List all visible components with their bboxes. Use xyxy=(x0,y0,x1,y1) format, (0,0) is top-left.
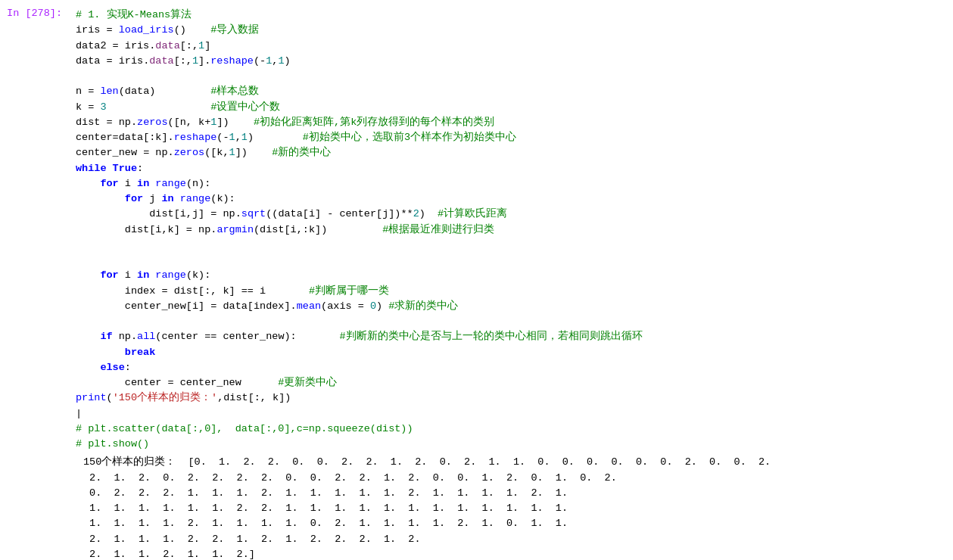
code-line-29: # plt.show() xyxy=(76,437,953,452)
notebook-cell: In [278]: # 1. 实现K-Means算法 iris = load_i… xyxy=(0,0,953,560)
output-line-3: 0. 2. 2. 2. 1. 1. 1. 2. 1. 1. 1. 1. 1. 2… xyxy=(83,486,953,501)
code-line-23: break xyxy=(76,345,953,360)
code-line-4: data = iris.data[:,1].reshape(-1,1) xyxy=(76,54,953,69)
code-line-7: k = 3 #设置中心个数 xyxy=(76,100,953,115)
code-line-9: center=data[:k].reshape(-1,1) #初始类中心，选取前… xyxy=(76,130,953,145)
output-line-2: 2. 1. 2. 0. 2. 2. 2. 2. 0. 0. 2. 2. 1. 2… xyxy=(83,471,953,486)
code-line-1: # 1. 实现K-Means算法 xyxy=(76,8,953,23)
cell-content: # 1. 实现K-Means算法 iris = load_iris() #导入数… xyxy=(68,0,953,560)
code-line-16 xyxy=(76,238,953,253)
code-line-19: index = dist[:, k] == i #判断属于哪一类 xyxy=(76,284,953,299)
code-line-5 xyxy=(76,69,953,84)
output-line-1: 150个样本的归类： [0. 1. 2. 2. 0. 0. 2. 2. 1. 2… xyxy=(83,455,953,470)
code-line-12: for i in range(n): xyxy=(76,176,953,191)
comment-1: # 1. 实现K-Means算法 xyxy=(76,9,192,20)
code-line-6: n = len(data) #样本总数 xyxy=(76,84,953,99)
cell-label: In [278]: xyxy=(0,0,68,560)
code-line-20: center_new[i] = data[index].mean(axis = … xyxy=(76,299,953,314)
code-line-26: print('150个样本的归类：',dist[:, k]) xyxy=(76,390,953,406)
code-line-21 xyxy=(76,314,953,329)
output-line-5: 1. 1. 1. 1. 2. 1. 1. 1. 1. 0. 2. 1. 1. 1… xyxy=(83,516,953,531)
code-line-24: else: xyxy=(76,360,953,375)
code-line-18: for i in range(k): xyxy=(76,268,953,283)
code-line-10: center_new = np.zeros([k,1]) #新的类中心 xyxy=(76,145,953,160)
code-line-15: dist[i,k] = np.argmin(dist[i,:k]) #根据最近准… xyxy=(76,222,953,238)
code-line-14: dist[i,j] = np.sqrt((data[i] - center[j]… xyxy=(76,207,953,222)
code-line-13: for j in range(k): xyxy=(76,191,953,207)
output-content: 150个样本的归类： [0. 1. 2. 2. 0. 0. 2. 2. 1. 2… xyxy=(76,455,953,560)
code-line-17 xyxy=(76,253,953,268)
code-line-28: # plt.scatter(data[:,0], data[:,0],c=np.… xyxy=(76,422,953,437)
output-line-7: 2. 1. 1. 2. 1. 1. 2.] xyxy=(83,547,953,560)
code-line-22: if np.all(center == center_new): #判断新的类中… xyxy=(76,329,953,344)
cursor-line: | xyxy=(76,406,953,422)
output-line-4: 1. 1. 1. 1. 1. 1. 2. 2. 1. 1. 1. 1. 1. 1… xyxy=(83,501,953,516)
code-line-3: data2 = iris.data[:,1] xyxy=(76,39,953,54)
output-line-6: 2. 1. 1. 1. 2. 2. 1. 2. 1. 2. 2. 2. 1. 2… xyxy=(83,532,953,547)
code-line-11: while True: xyxy=(76,161,953,176)
code-line-2: iris = load_iris() #导入数据 xyxy=(76,23,953,38)
code-line-8: dist = np.zeros([n, k+1]) #初始化距离矩阵,第k列存放… xyxy=(76,115,953,130)
code-line-25: center = center_new #更新类中心 xyxy=(76,375,953,390)
output-row: 150个样本的归类： [0. 1. 2. 2. 0. 0. 2. 2. 1. 2… xyxy=(76,455,953,560)
code-area: # 1. 实现K-Means算法 iris = load_iris() #导入数… xyxy=(76,5,953,455)
